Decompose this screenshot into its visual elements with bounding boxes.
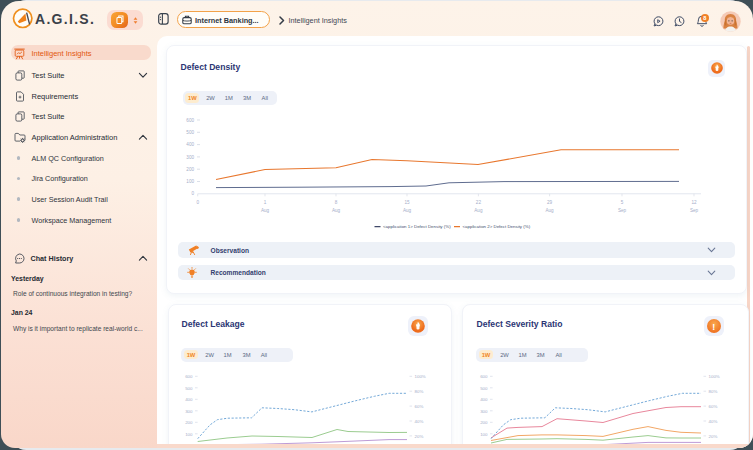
svg-text:Aug: Aug	[331, 208, 340, 213]
svg-text:400: 400	[480, 397, 488, 402]
svg-text:600: 600	[186, 118, 194, 123]
svg-text:Sep: Sep	[617, 208, 626, 213]
svg-text:100%: 100%	[414, 374, 425, 379]
svg-text:500: 500	[186, 130, 194, 135]
svg-text:0: 0	[196, 200, 199, 205]
svg-text:400: 400	[186, 142, 194, 147]
svg-text:80%: 80%	[708, 389, 717, 394]
svg-text:22: 22	[475, 200, 481, 205]
svg-text:300: 300	[186, 155, 194, 160]
svg-text:200: 200	[480, 420, 488, 425]
svg-text:300: 300	[480, 409, 488, 414]
svg-text:29: 29	[547, 200, 553, 205]
svg-text:15: 15	[404, 200, 410, 205]
svg-text:Sep: Sep	[689, 208, 698, 213]
svg-text:100%: 100%	[708, 374, 719, 379]
svg-text:Aug: Aug	[260, 208, 269, 213]
svg-text:60%: 60%	[708, 404, 717, 409]
svg-text:<application 2> Defect Density: <application 2> Defect Density (%)	[462, 224, 530, 229]
svg-text:1: 1	[263, 200, 266, 205]
svg-text:40%: 40%	[708, 419, 717, 424]
svg-text:5: 5	[620, 200, 623, 205]
svg-text:400: 400	[185, 397, 193, 402]
svg-text:600: 600	[185, 374, 193, 379]
svg-text:20%: 20%	[708, 434, 717, 439]
svg-text:<application 1> Defect Density: <application 1> Defect Density (%)	[383, 224, 451, 229]
svg-text:100: 100	[186, 179, 194, 184]
svg-text:500: 500	[480, 386, 488, 391]
svg-text:Aug: Aug	[402, 208, 411, 213]
svg-text:0: 0	[191, 191, 194, 196]
svg-text:Aug: Aug	[545, 208, 554, 213]
svg-text:100: 100	[480, 432, 488, 437]
svg-text:200: 200	[185, 420, 193, 425]
svg-text:Aug: Aug	[474, 208, 483, 213]
svg-text:8: 8	[334, 200, 337, 205]
svg-text:200: 200	[186, 167, 194, 172]
svg-text:100: 100	[185, 432, 193, 437]
svg-text:20%: 20%	[414, 434, 423, 439]
svg-text:60%: 60%	[414, 404, 423, 409]
svg-text:500: 500	[185, 386, 193, 391]
svg-text:40%: 40%	[414, 419, 423, 424]
svg-text:12: 12	[691, 200, 697, 205]
svg-text:300: 300	[185, 409, 193, 414]
svg-text:80%: 80%	[414, 389, 423, 394]
svg-text:600: 600	[480, 374, 488, 379]
